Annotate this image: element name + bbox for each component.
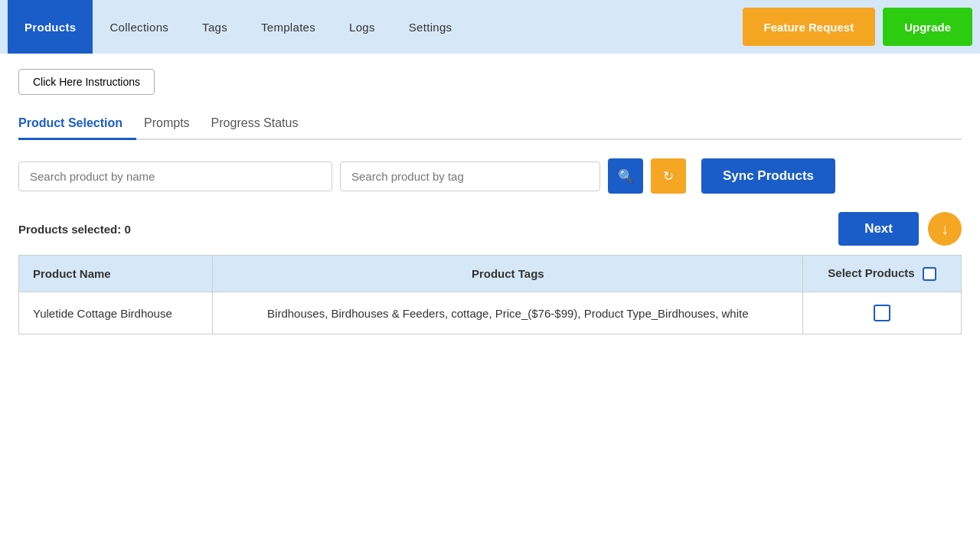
products-table: Product Name Product Tags Select Product…	[18, 255, 962, 334]
col-select-products: Select Products	[803, 256, 962, 292]
nav-bar: Products Collections Tags Templates Logs…	[0, 0, 980, 54]
product-checkbox[interactable]	[874, 305, 890, 321]
search-icon: 🔍	[618, 168, 634, 184]
product-tags-cell: Birdhouses, Birdhouses & Feeders, cottag…	[213, 292, 803, 334]
upgrade-button[interactable]: Upgrade	[883, 8, 972, 46]
products-selected-label: Products selected: 0	[18, 223, 131, 236]
tab-product-selection[interactable]: Product Selection	[18, 109, 136, 140]
down-arrow-icon: ↓	[941, 220, 949, 238]
scroll-down-button[interactable]: ↓	[928, 212, 962, 246]
col-product-tags: Product Tags	[213, 256, 803, 292]
actions-right: Next ↓	[838, 212, 962, 246]
nav-item-tags[interactable]: Tags	[185, 0, 244, 54]
table-row: Yuletide Cottage Birdhouse Birdhouses, B…	[19, 292, 962, 334]
refresh-button[interactable]: ↻	[651, 158, 686, 194]
search-row: 🔍 ↻ Sync Products	[18, 158, 962, 194]
nav-item-templates[interactable]: Templates	[244, 0, 332, 54]
nav-item-products[interactable]: Products	[8, 0, 93, 54]
sync-products-button[interactable]: Sync Products	[701, 158, 835, 194]
nav-item-logs[interactable]: Logs	[332, 0, 392, 54]
search-name-input[interactable]	[18, 161, 332, 191]
main-content: Click Here Instructions Product Selectio…	[0, 54, 980, 350]
product-name-cell: Yuletide Cottage Birdhouse	[19, 292, 213, 334]
search-tag-input[interactable]	[340, 161, 600, 191]
search-button[interactable]: 🔍	[608, 158, 643, 194]
refresh-icon: ↻	[663, 168, 674, 184]
table-header-row: Product Name Product Tags Select Product…	[19, 256, 962, 292]
tabs: Product Selection Prompts Progress Statu…	[18, 109, 962, 140]
nav-item-settings[interactable]: Settings	[392, 0, 469, 54]
nav-item-collections[interactable]: Collections	[93, 0, 185, 54]
select-all-checkbox[interactable]	[923, 267, 936, 281]
next-button[interactable]: Next	[838, 212, 919, 246]
feature-request-button[interactable]: Feature Request	[743, 8, 876, 46]
select-product-cell[interactable]	[803, 292, 962, 334]
products-row: Products selected: 0 Next ↓	[18, 212, 962, 246]
tab-prompts[interactable]: Prompts	[144, 109, 204, 140]
instructions-button[interactable]: Click Here Instructions	[18, 69, 155, 95]
tab-progress-status[interactable]: Progress Status	[211, 109, 312, 140]
col-product-name: Product Name	[19, 256, 213, 292]
